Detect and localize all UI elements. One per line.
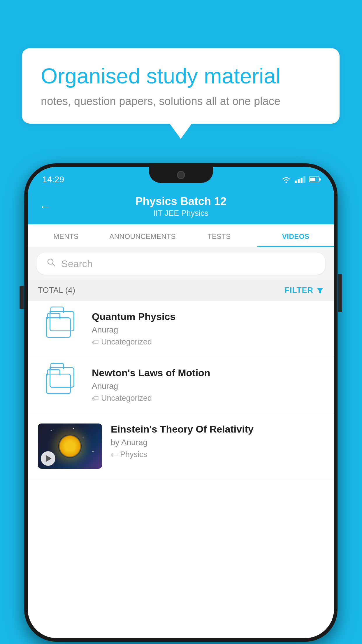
camera bbox=[177, 171, 185, 179]
tag-icon: 🏷 bbox=[92, 338, 99, 346]
status-icons bbox=[281, 176, 319, 183]
video-title: Newton's Laws of Motion bbox=[92, 367, 324, 379]
svg-line-2 bbox=[52, 264, 55, 266]
list-item[interactable]: Newton's Laws of Motion Anurag 🏷 Uncateg… bbox=[28, 357, 334, 413]
svg-marker-3 bbox=[317, 288, 323, 293]
folder-icon bbox=[46, 311, 75, 339]
video-tag: 🏷 Uncategorized bbox=[92, 337, 324, 346]
play-button[interactable] bbox=[41, 451, 55, 466]
phone-inner: 14:29 bbox=[28, 167, 334, 638]
phone-outer: 14:29 bbox=[24, 163, 338, 642]
total-count: TOTAL (4) bbox=[38, 286, 75, 295]
header-title: Physics Batch 12 bbox=[135, 195, 226, 208]
video-author: Anurag bbox=[92, 325, 324, 335]
list-item[interactable]: Quantum Physics Anurag 🏷 Uncategorized bbox=[28, 301, 334, 357]
battery-icon bbox=[309, 176, 319, 182]
search-icon bbox=[47, 258, 56, 270]
video-author: Anurag bbox=[92, 382, 324, 391]
signal-icon bbox=[295, 176, 305, 183]
bubble-title: Organised study material bbox=[41, 64, 321, 88]
tab-tests[interactable]: TESTS bbox=[181, 224, 258, 247]
video-info-2: Newton's Laws of Motion Anurag 🏷 Uncateg… bbox=[92, 367, 324, 403]
tab-ments[interactable]: MENTS bbox=[28, 224, 104, 247]
list-item[interactable]: Einstein's Theory Of Relativity by Anura… bbox=[28, 413, 334, 479]
speech-bubble: Organised study material notes, question… bbox=[22, 48, 340, 124]
wifi-icon bbox=[281, 176, 291, 183]
phone-notch bbox=[149, 167, 213, 183]
app-header: ← Physics Batch 12 IIT JEE Physics bbox=[28, 189, 334, 224]
video-title: Quantum Physics bbox=[92, 311, 324, 322]
search-bar[interactable]: Search bbox=[36, 253, 325, 275]
tab-bar: MENTS ANNOUNCEMENTS TESTS VIDEOS bbox=[28, 224, 334, 247]
folder-icon bbox=[46, 367, 75, 395]
header-subtitle: IIT JEE Physics bbox=[135, 209, 226, 218]
search-placeholder: Search bbox=[61, 258, 93, 270]
video-list: Quantum Physics Anurag 🏷 Uncategorized bbox=[28, 301, 334, 479]
back-button[interactable]: ← bbox=[39, 200, 50, 213]
search-container: Search bbox=[28, 247, 334, 280]
video-author: by Anurag bbox=[111, 438, 324, 447]
tab-announcements[interactable]: ANNOUNCEMENTS bbox=[104, 224, 181, 247]
video-thumb-2 bbox=[38, 367, 83, 395]
phone-mockup: 14:29 bbox=[24, 163, 338, 642]
filter-button[interactable]: FILTER bbox=[285, 286, 324, 295]
header-title-group: Physics Batch 12 IIT JEE Physics bbox=[135, 195, 226, 218]
play-triangle-icon bbox=[46, 455, 52, 462]
filter-bar: TOTAL (4) FILTER bbox=[28, 280, 334, 301]
tag-icon: 🏷 bbox=[92, 394, 99, 402]
video-info-3: Einstein's Theory Of Relativity by Anura… bbox=[111, 424, 324, 459]
video-tag: 🏷 Physics bbox=[111, 450, 324, 459]
tag-icon: 🏷 bbox=[111, 451, 118, 459]
filter-funnel-icon bbox=[316, 287, 324, 294]
tab-videos[interactable]: VIDEOS bbox=[257, 224, 334, 247]
svg-point-0 bbox=[286, 181, 287, 183]
video-info-1: Quantum Physics Anurag 🏷 Uncategorized bbox=[92, 311, 324, 346]
video-thumb-1 bbox=[38, 311, 83, 339]
video-tag: 🏷 Uncategorized bbox=[92, 394, 324, 403]
video-title: Einstein's Theory Of Relativity bbox=[111, 424, 324, 435]
bubble-subtitle: notes, question papers, solutions all at… bbox=[41, 95, 321, 108]
video-thumbnail bbox=[38, 424, 102, 469]
status-time: 14:29 bbox=[42, 174, 64, 184]
